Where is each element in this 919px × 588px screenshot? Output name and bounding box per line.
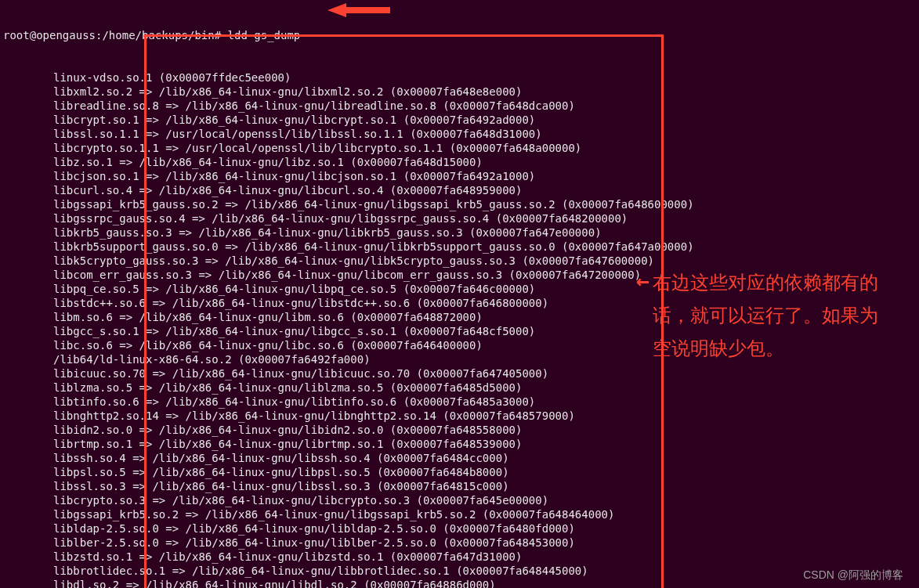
ldd-line: libpsl.so.5 => /lib/x86_64-linux-gnu/lib… — [3, 465, 916, 479]
ldd-line: libldap-2.5.so.0 => /lib/x86_64-linux-gn… — [3, 521, 916, 536]
ldd-line: libkrb5support_gauss.so.0 => /lib/x86_64… — [3, 240, 916, 254]
ldd-line: libtinfo.so.6 => /lib/x86_64-linux-gnu/l… — [3, 395, 916, 409]
ldd-line: libcurl.so.4 => /lib/x86_64-linux-gnu/li… — [3, 183, 916, 197]
prompt-line: root@opengauss:/home/backups/bin# ldd gs… — [3, 28, 916, 42]
svg-marker-0 — [327, 3, 390, 17]
ldd-line: libssl.so.1.1 => /usr/local/openssl/lib/… — [3, 127, 916, 141]
annotation-text: 右边这些对应的依赖都有的话，就可以运行了。如果为空说明缺少包。 — [653, 266, 895, 365]
ldd-line: libcrypto.so.3 => /lib/x86_64-linux-gnu/… — [3, 493, 916, 507]
ldd-line: libssh.so.4 => /lib/x86_64-linux-gnu/lib… — [3, 451, 916, 465]
ldd-line: liblzma.so.5 => /lib/x86_64-linux-gnu/li… — [3, 381, 916, 395]
ldd-line: libz.so.1 => /lib/x86_64-linux-gnu/libz.… — [3, 155, 916, 169]
ldd-line: libidn2.so.0 => /lib/x86_64-linux-gnu/li… — [3, 423, 916, 437]
ldd-line: liblber-2.5.so.0 => /lib/x86_64-linux-gn… — [3, 536, 916, 550]
ldd-line: librtmp.so.1 => /lib/x86_64-linux-gnu/li… — [3, 437, 916, 451]
watermark: CSDN @阿强的博客 — [803, 568, 903, 582]
ldd-line: libzstd.so.1 => /lib/x86_64-linux-gnu/li… — [3, 550, 916, 564]
ldd-line: libgssapi_krb5_gauss.so.2 => /lib/x86_64… — [3, 197, 916, 211]
ldd-line: libdl.so.2 => /lib/x86_64-linux-gnu/libd… — [3, 578, 916, 588]
ldd-line: libicuuc.so.70 => /lib/x86_64-linux-gnu/… — [3, 366, 916, 381]
ldd-line: linux-vdso.so.1 (0x00007ffdec5ee000) — [3, 70, 916, 85]
ldd-line: libcrypto.so.1.1 => /usr/local/openssl/l… — [3, 141, 916, 155]
ldd-line: libssl.so.3 => /lib/x86_64-linux-gnu/lib… — [3, 479, 916, 493]
ldd-line: libgssapi_krb5.so.2 => /lib/x86_64-linux… — [3, 507, 916, 521]
arrow-to-command — [327, 2, 390, 19]
ldd-line: libcrypt.so.1 => /lib/x86_64-linux-gnu/l… — [3, 113, 916, 127]
ldd-line: libgssrpc_gauss.so.4 => /lib/x86_64-linu… — [3, 211, 916, 225]
ldd-line: libxml2.so.2 => /lib/x86_64-linux-gnu/li… — [3, 85, 916, 99]
ldd-line: libkrb5_gauss.so.3 => /lib/x86_64-linux-… — [3, 225, 916, 240]
ldd-line: libbrotlidec.so.1 => /lib/x86_64-linux-g… — [3, 564, 916, 578]
ldd-line: libcjson.so.1 => /lib/x86_64-linux-gnu/l… — [3, 169, 916, 183]
ldd-line: libnghttp2.so.14 => /lib/x86_64-linux-gn… — [3, 409, 916, 423]
arrow-to-dependency: ← — [636, 274, 649, 288]
ldd-line: libreadline.so.8 => /lib/x86_64-linux-gn… — [3, 99, 916, 113]
